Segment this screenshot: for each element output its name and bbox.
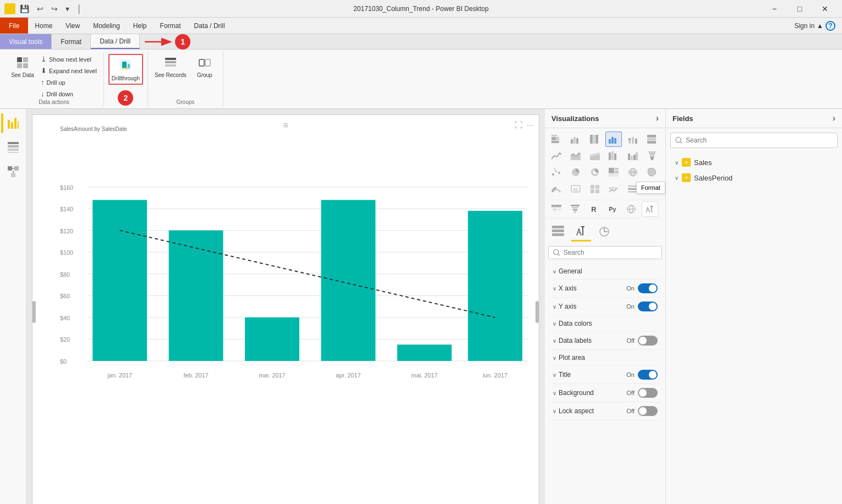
viz-r[interactable]: R: [586, 201, 602, 217]
menu-help[interactable]: Help: [127, 18, 154, 34]
svg-rect-1: [8, 7, 10, 13]
field-group-sales[interactable]: ∨ ≡ Sales: [670, 155, 838, 170]
section-data-colors[interactable]: ∨ Data colors: [549, 316, 661, 332]
report-view-icon[interactable]: [3, 113, 23, 133]
chart-center-icon[interactable]: ≡: [283, 120, 288, 130]
fields-expand-icon[interactable]: ›: [833, 113, 835, 123]
menu-view[interactable]: View: [59, 18, 86, 34]
viz-card[interactable]: 42: [567, 181, 584, 196]
dropdown-icon[interactable]: ▾: [63, 3, 72, 14]
background-toggle[interactable]: [638, 388, 658, 398]
more-icon[interactable]: ···: [526, 119, 534, 130]
fields-search-box[interactable]: [670, 133, 838, 148]
group-button[interactable]: Group: [191, 54, 218, 80]
viz-treemap[interactable]: [605, 165, 622, 180]
resize-handle-left[interactable]: [32, 301, 36, 323]
resize-handle-right[interactable]: [535, 301, 539, 323]
menu-file[interactable]: File: [0, 18, 28, 34]
viz-line[interactable]: [548, 148, 565, 163]
yaxis-toggle[interactable]: [638, 302, 658, 311]
minimize-button[interactable]: −: [762, 0, 787, 18]
section-plotarea-label: Plot area: [559, 354, 585, 361]
section-title[interactable]: ∨ Title On: [549, 366, 661, 384]
redo-icon[interactable]: ↪: [49, 3, 60, 14]
viz-filled-map[interactable]: [644, 165, 660, 180]
viz-kpi[interactable]: KPI: [605, 181, 622, 196]
drill-down-button[interactable]: ↓ Drill down: [39, 89, 99, 99]
maximize-button[interactable]: □: [787, 0, 812, 18]
undo-icon[interactable]: ↩: [35, 3, 46, 14]
viz-tab-analytics[interactable]: [594, 223, 614, 242]
see-data-button[interactable]: See Data: [9, 54, 36, 81]
svg-rect-134: [552, 229, 564, 232]
model-view-icon[interactable]: [3, 162, 23, 182]
viz-line-stacked-area[interactable]: [587, 148, 603, 163]
fields-search-input[interactable]: [686, 136, 833, 144]
xaxis-toggle[interactable]: [638, 283, 658, 293]
tab-visual-tools[interactable]: Visual tools: [0, 34, 52, 49]
drill-up-button[interactable]: ↑ Drill up: [39, 77, 99, 87]
viz-map[interactable]: [625, 165, 641, 180]
viz-waterfall[interactable]: [625, 148, 641, 163]
viz-100-column[interactable]: [644, 132, 660, 147]
viz-stacked-column[interactable]: [625, 132, 641, 147]
sidebar-item-reports[interactable]: [3, 113, 23, 133]
menu-datadrill[interactable]: Data / Drill: [188, 18, 232, 34]
lockaspect-toggle-label: Off: [627, 408, 635, 414]
title-toggle[interactable]: [638, 370, 658, 380]
viz-tab-fields[interactable]: [548, 223, 568, 242]
viz-pie[interactable]: [567, 165, 584, 180]
focus-icon[interactable]: ⛶: [513, 119, 523, 130]
drillthrough-button[interactable]: Drillthrough 2: [108, 54, 143, 85]
section-x-axis[interactable]: ∨ X axis On: [549, 280, 661, 298]
viz-donut[interactable]: [587, 165, 603, 180]
viz-search-box[interactable]: [548, 246, 662, 259]
section-lock-aspect[interactable]: ∨ Lock aspect Off: [549, 402, 661, 420]
sign-in-button[interactable]: Sign in ▲ ?: [788, 21, 842, 31]
menu-modeling[interactable]: Modeling: [86, 18, 127, 34]
tab-format[interactable]: Format: [52, 34, 91, 49]
viz-search-input[interactable]: [564, 249, 657, 256]
svg-rect-95: [609, 168, 614, 173]
field-group-salesperiod[interactable]: ∨ ≡ SalesPeriod: [670, 170, 838, 185]
viz-tab-format[interactable]: [571, 223, 591, 242]
viz-format-active[interactable]: [642, 201, 658, 217]
viz-clustered-column[interactable]: [605, 132, 622, 147]
viz-clustered-bar[interactable]: [567, 132, 584, 147]
viz-funnel[interactable]: [644, 148, 660, 163]
viz-funnel2[interactable]: [567, 201, 583, 217]
section-data-labels[interactable]: ∨ Data labels Off: [549, 332, 661, 350]
arrow-annotation-1: [142, 34, 175, 50]
menu-format[interactable]: Format: [154, 18, 188, 34]
main-area: SalesAmount by SalesDate ≡ ⛶ ··· $160 $1…: [0, 109, 842, 504]
tab-data-drill[interactable]: Data / Drill: [91, 34, 140, 49]
menu-home[interactable]: Home: [28, 18, 59, 34]
viz-python[interactable]: Py: [604, 201, 621, 217]
viz-panel-expand-icon[interactable]: ›: [656, 113, 659, 123]
section-title-label: Title: [559, 371, 571, 379]
datalabels-toggle[interactable]: [638, 336, 658, 346]
viz-multirow-card[interactable]: [587, 181, 603, 196]
table-view-icon[interactable]: [3, 138, 23, 157]
viz-ribbon[interactable]: [605, 148, 622, 163]
see-records-icon: [164, 56, 177, 71]
viz-gauge[interactable]: [548, 181, 565, 196]
section-y-axis[interactable]: ∨ Y axis On: [549, 298, 661, 316]
viz-100-stacked[interactable]: [587, 132, 603, 147]
expand-next-level-button[interactable]: ⬇ Expand next level: [39, 65, 99, 76]
viz-scatter[interactable]: [548, 165, 565, 180]
svg-rect-19: [8, 120, 10, 129]
svg-text:jan. 2017: jan. 2017: [107, 372, 132, 379]
save-icon[interactable]: 💾: [18, 3, 31, 14]
see-records-button[interactable]: See Records: [152, 54, 189, 81]
viz-globe[interactable]: [623, 201, 639, 217]
section-plot-area[interactable]: ∨ Plot area: [549, 350, 661, 366]
viz-stacked-bar[interactable]: [548, 132, 565, 147]
section-general[interactable]: ∨ General: [549, 264, 661, 280]
show-next-level-button[interactable]: ⤓ Show next level: [39, 54, 99, 64]
viz-matrix[interactable]: [548, 201, 565, 217]
viz-area[interactable]: [567, 148, 584, 163]
close-button[interactable]: ✕: [812, 0, 838, 18]
section-background[interactable]: ∨ Background Off: [549, 384, 661, 402]
lockaspect-toggle[interactable]: [638, 406, 658, 416]
